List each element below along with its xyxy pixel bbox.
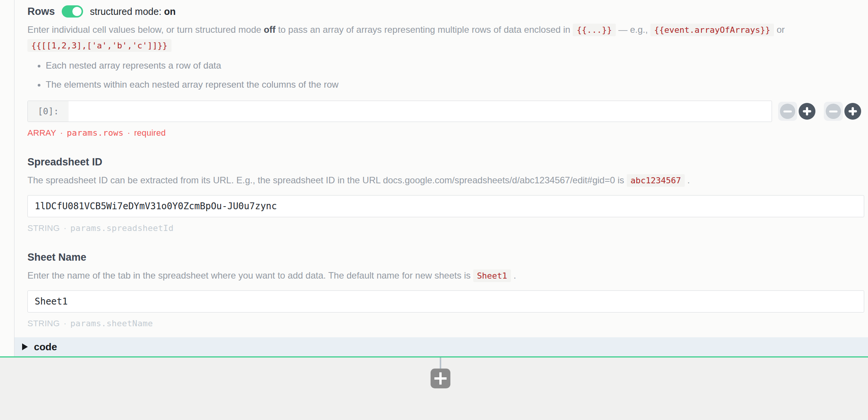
rows-desc-or-text: or [774, 24, 785, 35]
spreadsheet-id-label: Spreadsheet ID [27, 156, 864, 168]
spreadsheet-desc-code: abc1234567 [627, 174, 685, 187]
sheet-meta-path: params.sheetName [70, 319, 153, 328]
rows-meta-required: required [134, 128, 166, 138]
rows-field-description: Enter individual cell values below, or t… [27, 22, 864, 53]
spreadsheet-meta-type: STRING [27, 223, 60, 233]
toggle-knob-icon [72, 7, 82, 16]
rows-input-row: [0]: [27, 101, 864, 122]
rows-desc-code-example-1: {{event.arrayOfArrays}} [650, 24, 774, 36]
column-stepper-group [824, 102, 861, 121]
spreadsheet-meta-path: params.spreadsheetId [70, 223, 174, 233]
meta-separator: · [64, 319, 67, 328]
row-stepper-group [778, 102, 815, 121]
meta-separator: · [60, 128, 63, 138]
rows-index-prefix: [0]: [28, 101, 69, 122]
rows-field-label: Rows [27, 6, 55, 18]
rows-desc-text-1: Enter individual cell values below, or t… [27, 24, 264, 35]
spreadsheet-id-input[interactable] [27, 195, 864, 217]
step-config-content: Rows structured mode: on Enter individua… [0, 0, 868, 329]
workflow-canvas [0, 357, 868, 420]
panel-left-border [14, 0, 14, 356]
sheet-name-meta: STRING·params.sheetName [27, 319, 864, 329]
step-config-panel: Rows structured mode: on Enter individua… [0, 0, 868, 356]
rows-meta-type: ARRAY [27, 128, 56, 138]
step-connector-line [440, 357, 441, 369]
add-step-button[interactable] [431, 369, 450, 388]
bullet-item: The elements within each nested array re… [46, 78, 864, 91]
sheet-name-input[interactable] [27, 290, 864, 313]
structured-mode-status: structured mode: on [90, 6, 176, 17]
bullet-item: Each nested array represents a row of da… [46, 59, 864, 72]
rows-desc-text-2: to pass an array of arrays representing … [275, 24, 573, 35]
rows-meta-path: params.rows [67, 128, 123, 138]
rows-cell-input-group: [0]: [27, 101, 772, 122]
rows-cell-input[interactable] [69, 101, 772, 122]
structured-mode-status-text: structured mode: [90, 6, 164, 17]
remove-row-button[interactable] [778, 102, 797, 121]
meta-separator: · [127, 128, 130, 138]
spreadsheet-desc-text: The spreadsheet ID can be extracted from… [27, 175, 627, 185]
code-step-header[interactable]: code [14, 337, 868, 356]
minus-icon [826, 104, 841, 119]
spreadsheet-id-meta: STRING·params.spreadsheetId [27, 223, 864, 233]
rows-desc-code-braces: {{...}} [573, 24, 616, 36]
spreadsheet-desc-period: . [685, 175, 690, 185]
remove-column-button[interactable] [824, 102, 843, 121]
sheet-meta-type: STRING [27, 319, 60, 328]
rows-field-header: Rows structured mode: on [27, 5, 864, 18]
sheet-desc-text: Enter the name of the tab in the spreads… [27, 270, 473, 281]
meta-separator: · [64, 223, 67, 233]
sheet-desc-code: Sheet1 [473, 269, 511, 282]
rows-field-meta: ARRAY·params.rows·required [27, 128, 864, 138]
structured-mode-status-value: on [164, 6, 176, 17]
sheet-name-description: Enter the name of the tab in the spreads… [27, 268, 864, 284]
sheet-desc-period: . [511, 270, 516, 281]
sheet-name-label: Sheet Name [27, 252, 864, 263]
rows-field-bullet-list: Each nested array represents a row of da… [27, 59, 864, 91]
minus-icon [780, 104, 795, 119]
expand-caret-icon [22, 343, 28, 350]
rows-desc-text-3: — e.g., [616, 24, 648, 35]
spreadsheet-id-description: The spreadsheet ID can be extracted from… [27, 173, 864, 188]
structured-mode-toggle[interactable] [62, 5, 83, 18]
rows-desc-code-example-2: {{[[1,2,3],['a','b','c']]}} [27, 39, 171, 52]
add-column-button[interactable] [844, 103, 861, 120]
add-row-button[interactable] [799, 103, 815, 120]
rows-desc-off-emphasis: off [264, 24, 275, 35]
code-step-label: code [34, 341, 57, 353]
